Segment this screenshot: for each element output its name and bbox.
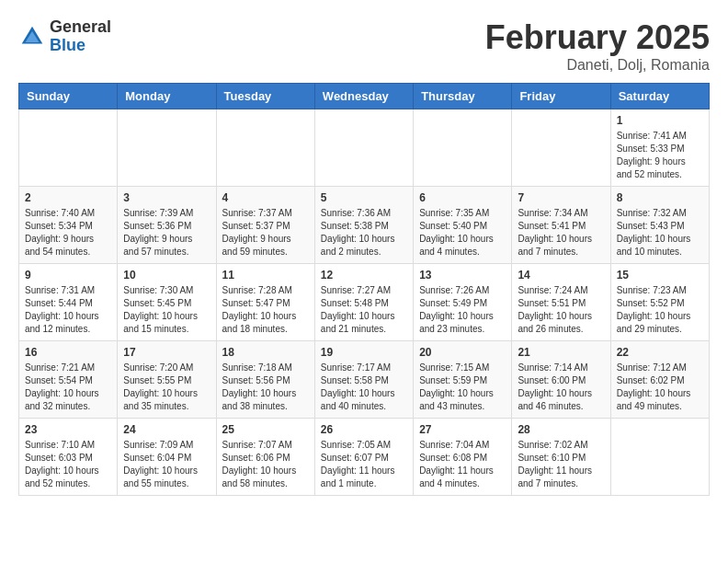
weekday-header-monday: Monday [118, 84, 216, 109]
calendar-cell: 13Sunrise: 7:26 AM Sunset: 5:49 PM Dayli… [414, 264, 512, 341]
calendar-cell [610, 419, 709, 496]
calendar-cell: 28Sunrise: 7:02 AM Sunset: 6:10 PM Dayli… [512, 419, 610, 496]
day-number: 9 [25, 269, 111, 282]
day-info: Sunrise: 7:10 AM Sunset: 6:03 PM Dayligh… [25, 439, 111, 490]
day-number: 12 [321, 269, 407, 282]
logo-general: General [50, 18, 111, 37]
day-number: 27 [419, 423, 506, 436]
day-info: Sunrise: 7:31 AM Sunset: 5:44 PM Dayligh… [25, 284, 111, 336]
calendar-week-row: 2Sunrise: 7:40 AM Sunset: 5:34 PM Daylig… [19, 187, 710, 264]
weekday-header-friday: Friday [512, 84, 610, 109]
weekday-header-tuesday: Tuesday [216, 84, 314, 109]
calendar-cell [216, 109, 314, 187]
calendar-cell [314, 109, 413, 187]
calendar-week-row: 9Sunrise: 7:31 AM Sunset: 5:44 PM Daylig… [19, 264, 710, 341]
day-number: 14 [518, 269, 604, 282]
calendar-week-row: 23Sunrise: 7:10 AM Sunset: 6:03 PM Dayli… [19, 419, 710, 496]
day-number: 15 [617, 269, 703, 282]
calendar-cell: 8Sunrise: 7:32 AM Sunset: 5:43 PM Daylig… [610, 187, 709, 264]
day-number: 26 [321, 423, 407, 436]
day-number: 25 [222, 423, 309, 436]
day-info: Sunrise: 7:18 AM Sunset: 5:56 PM Dayligh… [222, 362, 309, 413]
day-info: Sunrise: 7:15 AM Sunset: 5:59 PM Dayligh… [419, 362, 506, 413]
calendar-cell [512, 109, 610, 187]
calendar-cell: 5Sunrise: 7:36 AM Sunset: 5:38 PM Daylig… [314, 187, 413, 264]
title-block: February 2025 Daneti, Dolj, Romania [485, 18, 710, 74]
day-info: Sunrise: 7:40 AM Sunset: 5:34 PM Dayligh… [25, 207, 111, 259]
day-info: Sunrise: 7:34 AM Sunset: 5:41 PM Dayligh… [518, 207, 604, 259]
page-header: General Blue February 2025 Daneti, Dolj,… [18, 18, 710, 74]
day-info: Sunrise: 7:04 AM Sunset: 6:08 PM Dayligh… [419, 439, 506, 490]
calendar-cell: 22Sunrise: 7:12 AM Sunset: 6:02 PM Dayli… [610, 341, 709, 419]
day-number: 7 [518, 191, 604, 204]
calendar-cell [19, 109, 118, 187]
day-info: Sunrise: 7:14 AM Sunset: 6:00 PM Dayligh… [518, 362, 604, 413]
day-number: 16 [25, 346, 111, 359]
calendar-cell: 10Sunrise: 7:30 AM Sunset: 5:45 PM Dayli… [118, 264, 216, 341]
calendar-week-row: 1Sunrise: 7:41 AM Sunset: 5:33 PM Daylig… [19, 109, 710, 187]
day-info: Sunrise: 7:36 AM Sunset: 5:38 PM Dayligh… [321, 207, 407, 259]
calendar-cell: 20Sunrise: 7:15 AM Sunset: 5:59 PM Dayli… [414, 341, 512, 419]
calendar-cell: 4Sunrise: 7:37 AM Sunset: 5:37 PM Daylig… [216, 187, 314, 264]
day-number: 2 [25, 191, 111, 204]
day-number: 11 [222, 269, 309, 282]
weekday-header-wednesday: Wednesday [314, 84, 413, 109]
day-info: Sunrise: 7:41 AM Sunset: 5:33 PM Dayligh… [617, 130, 703, 181]
day-info: Sunrise: 7:28 AM Sunset: 5:47 PM Dayligh… [222, 284, 309, 336]
calendar-cell: 11Sunrise: 7:28 AM Sunset: 5:47 PM Dayli… [216, 264, 314, 341]
day-info: Sunrise: 7:35 AM Sunset: 5:40 PM Dayligh… [419, 207, 506, 259]
calendar-cell: 2Sunrise: 7:40 AM Sunset: 5:34 PM Daylig… [19, 187, 118, 264]
calendar-location: Daneti, Dolj, Romania [485, 57, 710, 74]
calendar-cell: 9Sunrise: 7:31 AM Sunset: 5:44 PM Daylig… [19, 264, 118, 341]
calendar-cell: 6Sunrise: 7:35 AM Sunset: 5:40 PM Daylig… [414, 187, 512, 264]
day-number: 23 [25, 423, 111, 436]
logo-blue: Blue [50, 37, 111, 55]
day-number: 10 [123, 269, 210, 282]
calendar-cell: 26Sunrise: 7:05 AM Sunset: 6:07 PM Dayli… [314, 419, 413, 496]
day-info: Sunrise: 7:23 AM Sunset: 5:52 PM Dayligh… [617, 284, 703, 336]
day-info: Sunrise: 7:02 AM Sunset: 6:10 PM Dayligh… [518, 439, 604, 490]
weekday-header-thursday: Thursday [414, 84, 512, 109]
day-info: Sunrise: 7:37 AM Sunset: 5:37 PM Dayligh… [222, 207, 309, 259]
weekday-header-row: SundayMondayTuesdayWednesdayThursdayFrid… [19, 84, 710, 109]
day-number: 17 [123, 346, 210, 359]
logo-icon [18, 23, 46, 51]
weekday-header-saturday: Saturday [610, 84, 709, 109]
calendar-week-row: 16Sunrise: 7:21 AM Sunset: 5:54 PM Dayli… [19, 341, 710, 419]
calendar-cell [118, 109, 216, 187]
calendar-cell: 3Sunrise: 7:39 AM Sunset: 5:36 PM Daylig… [118, 187, 216, 264]
day-number: 22 [617, 346, 703, 359]
day-number: 1 [617, 114, 703, 127]
calendar-cell: 21Sunrise: 7:14 AM Sunset: 6:00 PM Dayli… [512, 341, 610, 419]
day-number: 20 [419, 346, 506, 359]
calendar-cell: 24Sunrise: 7:09 AM Sunset: 6:04 PM Dayli… [118, 419, 216, 496]
day-number: 4 [222, 191, 309, 204]
day-number: 18 [222, 346, 309, 359]
weekday-header-sunday: Sunday [19, 84, 118, 109]
day-info: Sunrise: 7:20 AM Sunset: 5:55 PM Dayligh… [123, 362, 210, 413]
day-info: Sunrise: 7:24 AM Sunset: 5:51 PM Dayligh… [518, 284, 604, 336]
day-info: Sunrise: 7:21 AM Sunset: 5:54 PM Dayligh… [25, 362, 111, 413]
calendar-cell: 17Sunrise: 7:20 AM Sunset: 5:55 PM Dayli… [118, 341, 216, 419]
day-info: Sunrise: 7:17 AM Sunset: 5:58 PM Dayligh… [321, 362, 407, 413]
calendar-cell: 25Sunrise: 7:07 AM Sunset: 6:06 PM Dayli… [216, 419, 314, 496]
calendar-cell: 15Sunrise: 7:23 AM Sunset: 5:52 PM Dayli… [610, 264, 709, 341]
calendar-cell [414, 109, 512, 187]
calendar-cell: 23Sunrise: 7:10 AM Sunset: 6:03 PM Dayli… [19, 419, 118, 496]
day-number: 19 [321, 346, 407, 359]
day-number: 6 [419, 191, 506, 204]
day-info: Sunrise: 7:05 AM Sunset: 6:07 PM Dayligh… [321, 439, 407, 490]
day-info: Sunrise: 7:07 AM Sunset: 6:06 PM Dayligh… [222, 439, 309, 490]
day-info: Sunrise: 7:09 AM Sunset: 6:04 PM Dayligh… [123, 439, 210, 490]
day-number: 24 [123, 423, 210, 436]
day-info: Sunrise: 7:27 AM Sunset: 5:48 PM Dayligh… [321, 284, 407, 336]
day-number: 28 [518, 423, 604, 436]
calendar-cell: 7Sunrise: 7:34 AM Sunset: 5:41 PM Daylig… [512, 187, 610, 264]
calendar-cell: 27Sunrise: 7:04 AM Sunset: 6:08 PM Dayli… [414, 419, 512, 496]
day-info: Sunrise: 7:32 AM Sunset: 5:43 PM Dayligh… [617, 207, 703, 259]
calendar-cell: 19Sunrise: 7:17 AM Sunset: 5:58 PM Dayli… [314, 341, 413, 419]
day-number: 8 [617, 191, 703, 204]
day-number: 21 [518, 346, 604, 359]
calendar-table: SundayMondayTuesdayWednesdayThursdayFrid… [18, 83, 710, 496]
logo-text: General Blue [50, 18, 111, 55]
